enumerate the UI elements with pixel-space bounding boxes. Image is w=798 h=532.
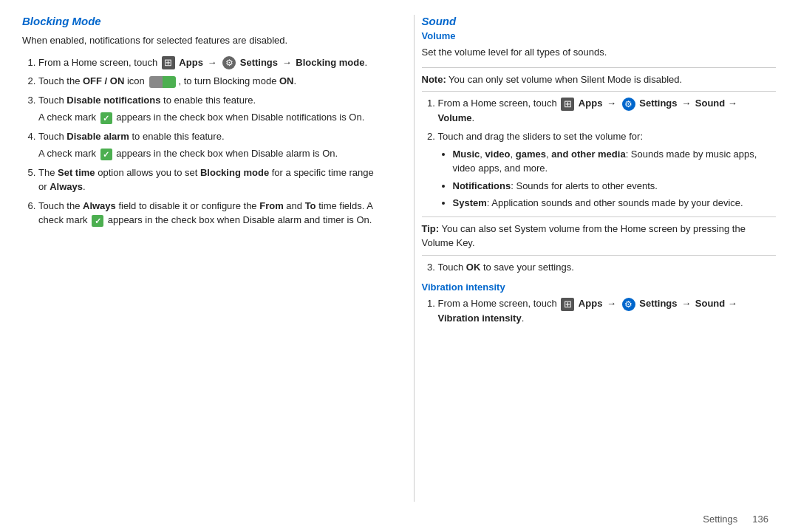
other-media-label: and other media bbox=[551, 149, 625, 160]
notifications-label: Notifications bbox=[453, 180, 511, 191]
right-column: Sound Volume Set the volume level for al… bbox=[414, 15, 777, 502]
arrow-2: → bbox=[282, 57, 292, 68]
checkmark-icon-3 bbox=[92, 215, 103, 227]
blocking-mode-intro: When enabled, notifications for selected… bbox=[22, 33, 377, 48]
left-column: Blocking Mode When enabled, notification… bbox=[22, 15, 392, 502]
bullet-system: System: Application sounds and other sou… bbox=[453, 196, 777, 211]
volume-step-3-list: Touch OK to save your settings. bbox=[422, 260, 777, 275]
ok-label: OK bbox=[466, 262, 481, 273]
toggle-icon bbox=[149, 76, 176, 88]
apps-icon-2 bbox=[561, 98, 574, 111]
step-4: Touch Disable alarm to enable this featu… bbox=[38, 129, 377, 161]
settings-label-3: Settings bbox=[639, 298, 677, 309]
bullet-music: Music, video, games, and other media: So… bbox=[453, 147, 777, 176]
set-time-label: Set time bbox=[58, 167, 95, 178]
blocking-mode-title: Blocking Mode bbox=[22, 15, 377, 27]
apps-label-1: Apps bbox=[179, 57, 203, 68]
vibration-subtitle: Vibration intensity bbox=[422, 282, 777, 293]
step-4-sub: A check mark appears in the check box wh… bbox=[38, 146, 377, 161]
arrow-6: → bbox=[681, 298, 691, 309]
always-label-2: Always bbox=[83, 200, 116, 211]
games-label: games bbox=[516, 149, 546, 160]
blocking-mode-label-2: Blocking mode bbox=[200, 167, 269, 178]
volume-intro: Set the volume level for all types of so… bbox=[422, 45, 777, 60]
volume-subtitle: Volume bbox=[422, 30, 777, 41]
step-3: Touch Disable notifications to enable th… bbox=[38, 93, 377, 125]
volume-steps: From a Home screen, touch Apps → Setting… bbox=[422, 96, 777, 211]
checkmark-icon-2 bbox=[100, 149, 112, 160]
volume-step-1: From a Home screen, touch Apps → Setting… bbox=[438, 96, 777, 125]
note-box: Note: You can only set volume when Silen… bbox=[422, 67, 777, 92]
to-label: To bbox=[305, 200, 316, 211]
page-footer: Settings 136 bbox=[0, 509, 798, 532]
apps-icon-1 bbox=[162, 56, 175, 69]
blocking-mode-label: Blocking mode bbox=[296, 57, 364, 68]
sound-title: Sound bbox=[422, 15, 777, 27]
volume-step-2: Touch and drag the sliders to set the vo… bbox=[438, 129, 777, 211]
off-on-label: OFF / ON bbox=[83, 75, 124, 86]
arrow-5: → bbox=[607, 298, 616, 309]
volume-step-3: Touch OK to save your settings. bbox=[438, 260, 777, 275]
settings-label-1: Settings bbox=[240, 57, 278, 68]
tip-box: Tip: You can also set System volume from… bbox=[422, 216, 777, 256]
arrow-3: → bbox=[607, 98, 616, 109]
bullet-notifications: Notifications: Sounds for alerts to othe… bbox=[453, 179, 777, 194]
step-6: Touch the Always field to disable it or … bbox=[38, 199, 377, 228]
settings-icon-1 bbox=[222, 56, 236, 69]
settings-label-2: Settings bbox=[639, 98, 677, 109]
apps-label-3: Apps bbox=[579, 298, 603, 309]
system-label: System bbox=[453, 197, 487, 208]
volume-bullets: Music, video, games, and other media: So… bbox=[438, 147, 777, 211]
blocking-mode-steps: From a Home screen, touch Apps → Setting… bbox=[22, 55, 377, 228]
video-label: video bbox=[485, 149, 511, 160]
note-label: Note: You can only set volume when Silen… bbox=[422, 74, 683, 85]
arrow-1: → bbox=[207, 57, 216, 68]
checkmark-icon-1 bbox=[100, 112, 112, 124]
from-label: From bbox=[259, 200, 284, 211]
step-5: The Set time option allows you to set Bl… bbox=[38, 166, 377, 194]
vibration-steps: From a Home screen, touch Apps → Setting… bbox=[422, 296, 777, 325]
always-label: Always bbox=[50, 181, 83, 192]
footer-label: Settings bbox=[703, 514, 737, 525]
apps-label-2: Apps bbox=[579, 98, 603, 109]
arrow-4: → bbox=[681, 98, 691, 109]
apps-icon-3 bbox=[561, 298, 574, 311]
step-3-sub: A check mark appears in the check box wh… bbox=[38, 110, 377, 125]
step-1: From a Home screen, touch Apps → Setting… bbox=[38, 55, 377, 70]
settings-icon-3 bbox=[622, 298, 635, 311]
vibration-step-1: From a Home screen, touch Apps → Setting… bbox=[438, 296, 777, 325]
on-label: ON bbox=[279, 75, 294, 86]
settings-icon-2 bbox=[622, 98, 635, 111]
disable-notifications-label: Disable notifications bbox=[66, 95, 160, 106]
music-label: Music bbox=[453, 149, 480, 160]
tip-label: Tip: bbox=[422, 223, 440, 234]
page-number: 136 bbox=[752, 514, 768, 525]
disable-alarm-label: Disable alarm bbox=[66, 131, 129, 142]
step-2: Touch the OFF / ON icon , to turn Blocki… bbox=[38, 74, 377, 89]
